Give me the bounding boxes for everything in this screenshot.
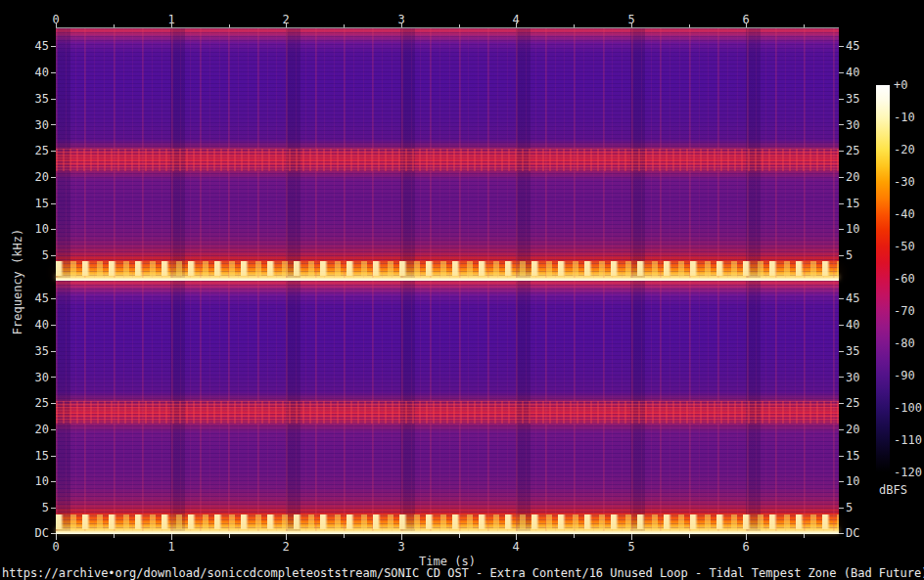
freq-tick-marks-right-ch1: [839, 46, 844, 257]
freq-tick-marks-right-ch2: [839, 298, 844, 510]
colorbar-tick-label: -50: [894, 241, 924, 253]
colorbar-unit-label: dBFS: [879, 484, 912, 497]
time-tick-label: 5: [620, 541, 643, 554]
freq-tick-label: 15: [0, 198, 49, 210]
colorbar-tick-label: -80: [894, 337, 924, 350]
freq-tick-label: 45: [0, 292, 49, 305]
freq-tick-marks-left-ch2: [51, 298, 56, 510]
colorbar-tick-label: -100: [894, 402, 924, 415]
freq-tick-label: 30: [0, 372, 49, 384]
time-minor-tick-marks: [114, 534, 805, 538]
freq-tick-label: 35: [0, 93, 49, 106]
freq-tick-label: 5: [0, 249, 49, 262]
spek-spectrogram-window: 0 1 2 3 4 5 6 45 40 35 30 25 20 15 10 5 …: [0, 0, 924, 580]
colorbar-tick-label: -60: [894, 273, 924, 286]
time-tick-label: 3: [390, 541, 413, 554]
colorbar-tick-label: -20: [894, 144, 924, 156]
colorbar-tick-label: -10: [894, 112, 924, 124]
freq-tick-label: 45: [846, 40, 885, 53]
freq-tick-marks-left-ch1: [51, 46, 56, 257]
dc-tick-right: [839, 533, 844, 534]
freq-tick-label: 30: [0, 119, 49, 132]
low-frequency-energy-band: [56, 514, 839, 529]
freq-tick-label: 10: [0, 223, 49, 236]
freq-tick-label: 5: [846, 502, 885, 514]
dc-label-left: DC: [0, 527, 49, 540]
time-tick-label: 4: [504, 541, 528, 554]
freq-tick-label: 25: [0, 145, 49, 157]
high-frequency-energy-band: [56, 149, 839, 171]
colorbar-tick-label: -120: [894, 467, 924, 479]
frequency-axis-title: Frequency (kHz): [11, 229, 24, 335]
spectrogram-channel-right: [56, 281, 839, 534]
dc-label-right: DC: [846, 527, 885, 540]
freq-tick-label: 35: [0, 345, 49, 358]
freq-tick-label: 15: [0, 450, 49, 463]
freq-tick-label: 25: [0, 397, 49, 410]
time-tick-label: 6: [734, 541, 758, 554]
freq-tick-label: 45: [0, 40, 49, 53]
time-tick-label: 0: [44, 541, 68, 554]
colorbar-tick-label: -40: [894, 208, 924, 221]
colorbar-tick-label: -70: [894, 305, 924, 318]
time-tick-label: 2: [274, 541, 298, 554]
freq-tick-label: 10: [0, 475, 49, 488]
freq-tick-label: 5: [0, 502, 49, 514]
colorbar-tick-label: +0: [894, 79, 924, 92]
freq-tick-label: 40: [0, 67, 49, 79]
spectrogram-channel-left: [56, 28, 839, 281]
dbfs-colorbar-gradient: [876, 85, 890, 472]
freq-tick-label: 40: [846, 67, 885, 79]
high-frequency-energy-band: [56, 401, 839, 424]
colorbar-tick-label: -90: [894, 370, 924, 382]
colorbar-tick-label: -30: [894, 176, 924, 189]
low-frequency-energy-band: [56, 261, 839, 276]
freq-tick-label: 20: [0, 171, 49, 184]
freq-tick-label: 40: [0, 319, 49, 332]
source-path-text: https://archive•org/download/soniccdcomp…: [2, 566, 924, 580]
time-tick-label: 1: [160, 541, 183, 554]
colorbar-tick-label: -110: [894, 434, 924, 447]
freq-tick-label: 20: [0, 424, 49, 436]
